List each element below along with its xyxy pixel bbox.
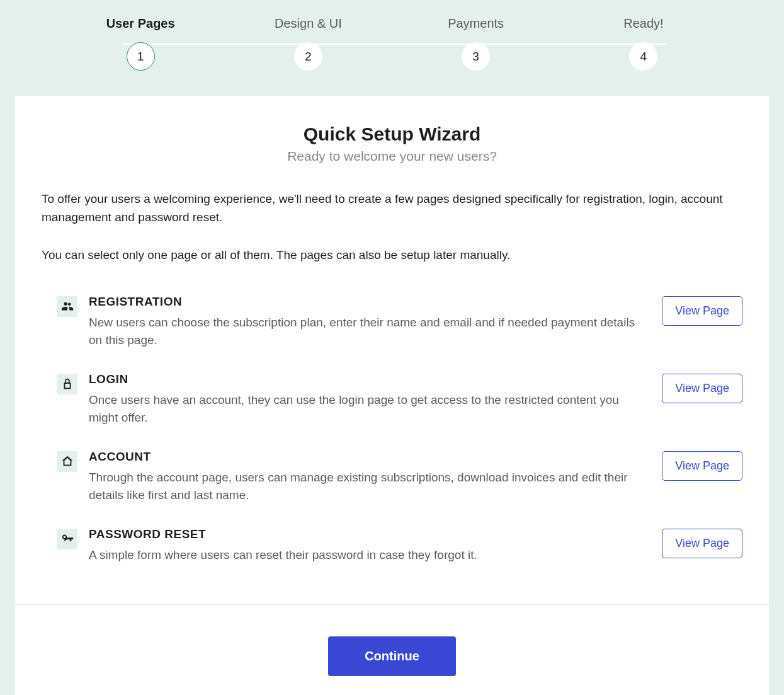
step-number: 3 [462, 42, 490, 71]
step-connector [122, 43, 309, 45]
step-label: Design & UI [275, 16, 342, 31]
intro-paragraph: To offer your users a welcoming experien… [42, 190, 742, 226]
page-row-login: LOGIN Once users have an account, they c… [42, 362, 742, 440]
page-row-registration: REGISTRATION New users can choose the su… [42, 285, 742, 362]
view-page-button[interactable]: View Page [662, 296, 742, 326]
page-description: New users can choose the subscription pl… [89, 314, 639, 350]
step-label: Ready! [623, 16, 663, 31]
users-icon [57, 296, 77, 317]
page-row-account: ACCOUNT Through the account page, users … [42, 440, 742, 517]
lock-icon [57, 374, 77, 394]
wizard-footer: Continue [15, 604, 769, 695]
step-number: 2 [294, 42, 322, 71]
step-connector [309, 43, 488, 45]
step-number: 4 [629, 42, 657, 71]
step-number: 1 [127, 42, 155, 71]
wizard-title: Quick Setup Wizard [42, 123, 742, 145]
wizard-subtitle: Ready to welcome your new users? [42, 149, 742, 164]
wizard-card: Quick Setup Wizard Ready to welcome your… [15, 96, 769, 604]
page-description: A simple form where users can reset thei… [89, 546, 639, 565]
step-label: Payments [448, 16, 504, 31]
page-row-password-reset: PASSWORD RESET A simple form where users… [42, 517, 742, 577]
setup-stepper: User Pages 1 Design & UI 2 Payments 3 Re… [0, 0, 784, 96]
step-label: User Pages [106, 16, 175, 31]
view-page-button[interactable]: View Page [662, 451, 742, 481]
intro-paragraph: You can select only one page or all of t… [42, 246, 742, 265]
page-description: Once users have an account, they can use… [89, 391, 639, 427]
view-page-button[interactable]: View Page [662, 529, 742, 558]
page-description: Through the account page, users can mana… [89, 469, 639, 505]
page-title: ACCOUNT [89, 450, 639, 464]
continue-button[interactable]: Continue [328, 636, 456, 676]
page-title: LOGIN [89, 372, 639, 386]
key-icon [57, 529, 77, 549]
home-icon [57, 451, 77, 472]
page-title: PASSWORD RESET [89, 527, 639, 541]
view-page-button[interactable]: View Page [662, 374, 742, 403]
page-title: REGISTRATION [89, 295, 639, 309]
